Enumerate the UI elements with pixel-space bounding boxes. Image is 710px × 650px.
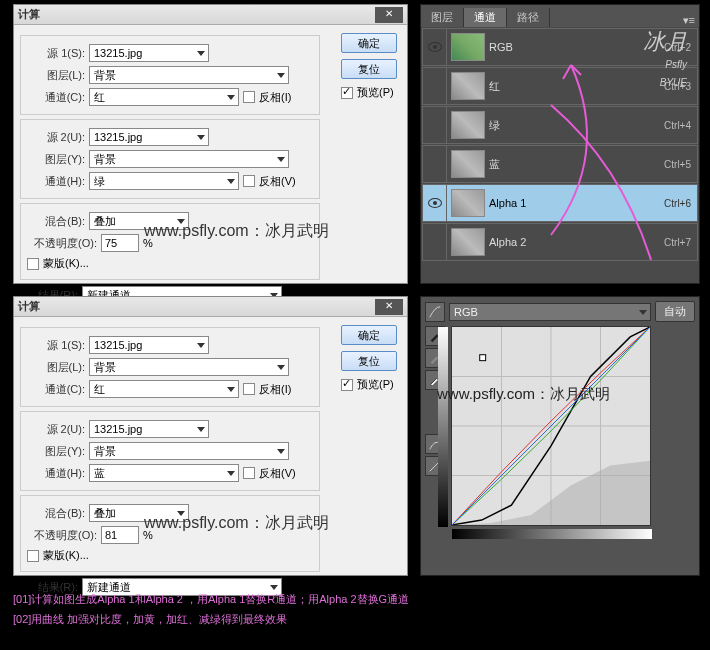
- mask-checkbox[interactable]: [27, 550, 39, 562]
- mask-checkbox[interactable]: [27, 258, 39, 270]
- channel-shortcut: Ctrl+2: [647, 42, 697, 53]
- channel-thumbnail: [451, 72, 485, 100]
- eye-icon: [428, 42, 442, 52]
- svg-rect-6: [480, 355, 486, 361]
- source1-label: 源 1(S):: [27, 338, 85, 353]
- layer2-combo[interactable]: 背景: [89, 442, 289, 460]
- channel-name: 红: [489, 79, 647, 94]
- channel-name: 绿: [489, 118, 647, 133]
- visibility-toggle[interactable]: [423, 68, 447, 104]
- channel1-label: 通道(C):: [27, 382, 85, 397]
- channel-row[interactable]: Alpha 2Ctrl+7: [422, 223, 698, 261]
- tab-channels[interactable]: 通道: [464, 8, 507, 27]
- preview-checkbox[interactable]: [341, 379, 353, 391]
- ok-button[interactable]: 确定: [341, 33, 397, 53]
- mask-label: 蒙版(K)...: [43, 548, 89, 563]
- channel-row[interactable]: 红Ctrl+3: [422, 67, 698, 105]
- visibility-toggle[interactable]: [423, 224, 447, 260]
- opacity-label: 不透明度(O):: [27, 236, 97, 251]
- source1-combo[interactable]: 13215.jpg: [89, 336, 209, 354]
- blend-label: 混合(B):: [27, 506, 85, 521]
- opacity-input[interactable]: 81: [101, 526, 139, 544]
- tab-layers[interactable]: 图层: [421, 8, 464, 27]
- titlebar: 计算 ✕: [14, 297, 407, 317]
- visibility-toggle[interactable]: [423, 29, 447, 65]
- visibility-toggle[interactable]: [423, 185, 447, 221]
- channel-thumbnail: [451, 189, 485, 217]
- channel-row[interactable]: 绿Ctrl+4: [422, 106, 698, 144]
- preview-label: 预览(P): [357, 85, 394, 100]
- source2-combo[interactable]: 13215.jpg: [89, 420, 209, 438]
- invert1-label: 反相(I): [259, 90, 291, 105]
- channel-thumbnail: [451, 228, 485, 256]
- panel-menu-icon[interactable]: ▾≡: [679, 14, 699, 27]
- channel-shortcut: Ctrl+7: [647, 237, 697, 248]
- source1-combo[interactable]: 13215.jpg: [89, 44, 209, 62]
- reset-button[interactable]: 复位: [341, 59, 397, 79]
- ok-button[interactable]: 确定: [341, 325, 397, 345]
- layer1-label: 图层(L):: [27, 68, 85, 83]
- curves-channel-combo[interactable]: RGB: [449, 303, 651, 321]
- calculations-dialog-1: 计算 ✕ 确定 复位 预览(P) 源 1(S):13215.jpg 图层(L):…: [13, 4, 408, 284]
- reset-button[interactable]: 复位: [341, 351, 397, 371]
- dialog-title: 计算: [18, 7, 40, 22]
- invert1-label: 反相(I): [259, 382, 291, 397]
- channel-name: RGB: [489, 41, 647, 53]
- channel2-combo[interactable]: 蓝: [89, 464, 239, 482]
- eye-icon: [428, 198, 442, 208]
- source2-label: 源 2(U):: [27, 422, 85, 437]
- channel1-combo[interactable]: 红: [89, 88, 239, 106]
- opacity-label: 不透明度(O):: [27, 528, 97, 543]
- layer1-combo[interactable]: 背景: [89, 66, 289, 84]
- preview-checkbox[interactable]: [341, 87, 353, 99]
- visibility-toggle[interactable]: [423, 146, 447, 182]
- curves-adjust-icon[interactable]: [425, 302, 445, 322]
- source2-combo[interactable]: 13215.jpg: [89, 128, 209, 146]
- input-gradient: [452, 529, 652, 539]
- channel-list: RGBCtrl+2红Ctrl+3绿Ctrl+4蓝Ctrl+5Alpha 1Ctr…: [421, 28, 699, 261]
- layer2-combo[interactable]: 背景: [89, 150, 289, 168]
- channel-shortcut: Ctrl+4: [647, 120, 697, 131]
- panel-tabs: 图层 通道 路径 ▾≡: [421, 5, 699, 27]
- channel-row[interactable]: 蓝Ctrl+5: [422, 145, 698, 183]
- channel-name: Alpha 2: [489, 236, 647, 248]
- blend-label: 混合(B):: [27, 214, 85, 229]
- opacity-input[interactable]: 75: [101, 234, 139, 252]
- source2-label: 源 2(U):: [27, 130, 85, 145]
- output-gradient: [438, 327, 448, 527]
- channel2-combo[interactable]: 绿: [89, 172, 239, 190]
- instructions: [01]计算如图生成Alpha 1和Alpha 2 ，用Alpha 1替换R通道…: [13, 590, 409, 630]
- instruction-line-2: [02]用曲线 加强对比度，加黄，加红、减绿得到最终效果: [13, 610, 409, 630]
- close-icon[interactable]: ✕: [375, 299, 403, 315]
- invert1-checkbox[interactable]: [243, 91, 255, 103]
- titlebar: 计算 ✕: [14, 5, 407, 25]
- dialog-buttons: 确定 复位 预览(P): [341, 325, 397, 396]
- blend-combo[interactable]: 叠加: [89, 212, 189, 230]
- preview-label: 预览(P): [357, 377, 394, 392]
- visibility-toggle[interactable]: [423, 107, 447, 143]
- channel-shortcut: Ctrl+3: [647, 81, 697, 92]
- channel-name: Alpha 1: [489, 197, 647, 209]
- channel2-label: 通道(H):: [27, 466, 85, 481]
- invert2-checkbox[interactable]: [243, 467, 255, 479]
- close-icon[interactable]: ✕: [375, 7, 403, 23]
- instruction-line-1: [01]计算如图生成Alpha 1和Alpha 2 ，用Alpha 1替换R通道…: [13, 590, 409, 610]
- channel1-combo[interactable]: 红: [89, 380, 239, 398]
- channel-shortcut: Ctrl+5: [647, 159, 697, 170]
- invert1-checkbox[interactable]: [243, 383, 255, 395]
- curves-panel: RGB 自动 www.psfly.com：冰月武明: [420, 296, 700, 576]
- curves-graph[interactable]: [451, 326, 651, 526]
- invert2-label: 反相(V): [259, 466, 296, 481]
- dialog-title: 计算: [18, 299, 40, 314]
- blend-combo[interactable]: 叠加: [89, 504, 189, 522]
- dialog-buttons: 确定 复位 预览(P): [341, 33, 397, 104]
- channel-row[interactable]: RGBCtrl+2: [422, 28, 698, 66]
- layer1-combo[interactable]: 背景: [89, 358, 289, 376]
- channel-thumbnail: [451, 150, 485, 178]
- channel1-label: 通道(C):: [27, 90, 85, 105]
- invert2-checkbox[interactable]: [243, 175, 255, 187]
- channel-row[interactable]: Alpha 1Ctrl+6: [422, 184, 698, 222]
- layer2-label: 图层(Y):: [27, 444, 85, 459]
- auto-button[interactable]: 自动: [655, 301, 695, 322]
- tab-paths[interactable]: 路径: [507, 8, 550, 27]
